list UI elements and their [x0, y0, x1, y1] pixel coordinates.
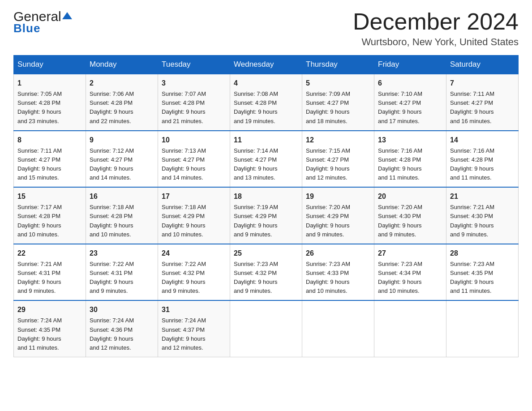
calendar-cell: 7Sunrise: 7:11 AMSunset: 4:27 PMDaylight… [446, 74, 519, 131]
day-number: 22 [17, 248, 82, 259]
day-number: 19 [306, 191, 370, 202]
day-info: Sunrise: 7:20 AMSunset: 4:29 PMDaylight:… [306, 203, 370, 239]
day-number: 18 [234, 191, 298, 202]
calendar-cell: 27Sunrise: 7:23 AMSunset: 4:34 PMDayligh… [374, 244, 446, 301]
calendar-cell [230, 300, 302, 357]
day-info: Sunrise: 7:18 AMSunset: 4:29 PMDaylight:… [162, 203, 226, 239]
calendar-cell: 4Sunrise: 7:08 AMSunset: 4:28 PMDaylight… [230, 74, 302, 131]
day-number: 27 [378, 248, 442, 259]
calendar-cell: 26Sunrise: 7:23 AMSunset: 4:33 PMDayligh… [302, 244, 374, 301]
day-number: 16 [90, 191, 154, 202]
day-number: 30 [90, 304, 154, 315]
day-info: Sunrise: 7:16 AMSunset: 4:28 PMDaylight:… [450, 146, 515, 183]
day-info: Sunrise: 7:23 AMSunset: 4:35 PMDaylight:… [450, 260, 515, 296]
day-info: Sunrise: 7:21 AMSunset: 4:30 PMDaylight:… [450, 203, 515, 239]
calendar-cell: 9Sunrise: 7:12 AMSunset: 4:27 PMDaylight… [86, 131, 158, 188]
calendar-cell: 15Sunrise: 7:17 AMSunset: 4:28 PMDayligh… [14, 187, 86, 244]
day-number: 15 [17, 191, 82, 202]
calendar-cell: 8Sunrise: 7:11 AMSunset: 4:27 PMDaylight… [14, 131, 86, 188]
day-info: Sunrise: 7:23 AMSunset: 4:33 PMDaylight:… [306, 260, 370, 296]
day-number: 2 [90, 78, 154, 89]
calendar-cell: 24Sunrise: 7:22 AMSunset: 4:32 PMDayligh… [158, 244, 230, 301]
day-number: 21 [450, 191, 515, 202]
day-number: 1 [17, 78, 82, 89]
day-info: Sunrise: 7:21 AMSunset: 4:31 PMDaylight:… [17, 260, 82, 296]
day-info: Sunrise: 7:08 AMSunset: 4:28 PMDaylight:… [234, 90, 298, 126]
day-number: 9 [90, 135, 154, 146]
day-info: Sunrise: 7:23 AMSunset: 4:32 PMDaylight:… [234, 260, 298, 296]
title-block: December 2024 Wurtsboro, New York, Unite… [353, 9, 519, 48]
day-info: Sunrise: 7:24 AMSunset: 4:37 PMDaylight:… [162, 316, 226, 352]
calendar-cell: 17Sunrise: 7:18 AMSunset: 4:29 PMDayligh… [158, 187, 230, 244]
day-info: Sunrise: 7:12 AMSunset: 4:27 PMDaylight:… [90, 146, 154, 183]
calendar-cell: 5Sunrise: 7:09 AMSunset: 4:27 PMDaylight… [302, 74, 374, 131]
day-number: 12 [306, 135, 370, 146]
day-info: Sunrise: 7:19 AMSunset: 4:29 PMDaylight:… [234, 203, 298, 239]
calendar-cell: 20Sunrise: 7:20 AMSunset: 4:30 PMDayligh… [374, 187, 446, 244]
day-number: 4 [234, 78, 298, 89]
day-number: 13 [378, 135, 442, 146]
calendar-week-row-2: 8Sunrise: 7:11 AMSunset: 4:27 PMDaylight… [14, 131, 519, 188]
day-info: Sunrise: 7:10 AMSunset: 4:27 PMDaylight:… [378, 90, 442, 126]
day-info: Sunrise: 7:07 AMSunset: 4:28 PMDaylight:… [162, 90, 226, 126]
day-number: 3 [162, 78, 226, 89]
day-info: Sunrise: 7:06 AMSunset: 4:28 PMDaylight:… [90, 90, 154, 126]
calendar-cell: 1Sunrise: 7:05 AMSunset: 4:28 PMDaylight… [14, 74, 86, 131]
header-monday: Monday [86, 56, 158, 74]
calendar-cell [374, 300, 446, 357]
header: General Blue December 2024 Wurtsboro, Ne… [13, 9, 519, 48]
calendar-week-row-3: 15Sunrise: 7:17 AMSunset: 4:28 PMDayligh… [14, 187, 519, 244]
location: Wurtsboro, New York, United States [353, 36, 519, 48]
calendar-cell [302, 300, 374, 357]
month-title: December 2024 [353, 9, 519, 34]
calendar-table: Sunday Monday Tuesday Wednesday Thursday… [13, 55, 519, 357]
logo-triangle-icon [62, 11, 72, 20]
day-info: Sunrise: 7:18 AMSunset: 4:28 PMDaylight:… [90, 203, 154, 239]
day-number: 7 [450, 78, 515, 89]
calendar-cell: 29Sunrise: 7:24 AMSunset: 4:35 PMDayligh… [14, 300, 86, 357]
calendar-cell: 12Sunrise: 7:15 AMSunset: 4:27 PMDayligh… [302, 131, 374, 188]
calendar-cell: 6Sunrise: 7:10 AMSunset: 4:27 PMDaylight… [374, 74, 446, 131]
day-info: Sunrise: 7:24 AMSunset: 4:36 PMDaylight:… [90, 316, 154, 352]
calendar-cell: 21Sunrise: 7:21 AMSunset: 4:30 PMDayligh… [446, 187, 519, 244]
calendar-cell: 30Sunrise: 7:24 AMSunset: 4:36 PMDayligh… [86, 300, 158, 357]
header-wednesday: Wednesday [230, 56, 302, 74]
day-info: Sunrise: 7:05 AMSunset: 4:28 PMDaylight:… [17, 90, 82, 126]
day-number: 5 [306, 78, 370, 89]
calendar-cell: 18Sunrise: 7:19 AMSunset: 4:29 PMDayligh… [230, 187, 302, 244]
day-info: Sunrise: 7:11 AMSunset: 4:27 PMDaylight:… [450, 90, 515, 126]
calendar-cell: 31Sunrise: 7:24 AMSunset: 4:37 PMDayligh… [158, 300, 230, 357]
day-info: Sunrise: 7:13 AMSunset: 4:27 PMDaylight:… [162, 146, 226, 183]
day-info: Sunrise: 7:23 AMSunset: 4:34 PMDaylight:… [378, 260, 442, 296]
calendar-week-row-1: 1Sunrise: 7:05 AMSunset: 4:28 PMDaylight… [14, 74, 519, 131]
day-number: 25 [234, 248, 298, 259]
calendar-cell: 2Sunrise: 7:06 AMSunset: 4:28 PMDaylight… [86, 74, 158, 131]
logo: General Blue [13, 9, 72, 35]
header-thursday: Thursday [302, 56, 374, 74]
page: General Blue December 2024 Wurtsboro, Ne… [0, 0, 532, 371]
day-info: Sunrise: 7:16 AMSunset: 4:28 PMDaylight:… [378, 146, 442, 183]
calendar-cell: 28Sunrise: 7:23 AMSunset: 4:35 PMDayligh… [446, 244, 519, 301]
day-number: 31 [162, 304, 226, 315]
day-number: 24 [162, 248, 226, 259]
day-info: Sunrise: 7:15 AMSunset: 4:27 PMDaylight:… [306, 146, 370, 183]
day-info: Sunrise: 7:24 AMSunset: 4:35 PMDaylight:… [17, 316, 82, 352]
calendar-cell: 22Sunrise: 7:21 AMSunset: 4:31 PMDayligh… [14, 244, 86, 301]
day-info: Sunrise: 7:09 AMSunset: 4:27 PMDaylight:… [306, 90, 370, 126]
calendar-cell: 25Sunrise: 7:23 AMSunset: 4:32 PMDayligh… [230, 244, 302, 301]
day-info: Sunrise: 7:17 AMSunset: 4:28 PMDaylight:… [17, 203, 82, 239]
day-number: 20 [378, 191, 442, 202]
day-number: 10 [162, 135, 226, 146]
calendar-cell: 3Sunrise: 7:07 AMSunset: 4:28 PMDaylight… [158, 74, 230, 131]
day-number: 8 [17, 135, 82, 146]
calendar-week-row-4: 22Sunrise: 7:21 AMSunset: 4:31 PMDayligh… [14, 244, 519, 301]
header-saturday: Saturday [446, 56, 519, 74]
calendar-cell: 14Sunrise: 7:16 AMSunset: 4:28 PMDayligh… [446, 131, 519, 188]
day-number: 6 [378, 78, 442, 89]
svg-marker-0 [62, 12, 72, 19]
header-tuesday: Tuesday [158, 56, 230, 74]
calendar-week-row-5: 29Sunrise: 7:24 AMSunset: 4:35 PMDayligh… [14, 300, 519, 357]
day-info: Sunrise: 7:22 AMSunset: 4:31 PMDaylight:… [90, 260, 154, 296]
calendar-cell: 13Sunrise: 7:16 AMSunset: 4:28 PMDayligh… [374, 131, 446, 188]
day-info: Sunrise: 7:22 AMSunset: 4:32 PMDaylight:… [162, 260, 226, 296]
